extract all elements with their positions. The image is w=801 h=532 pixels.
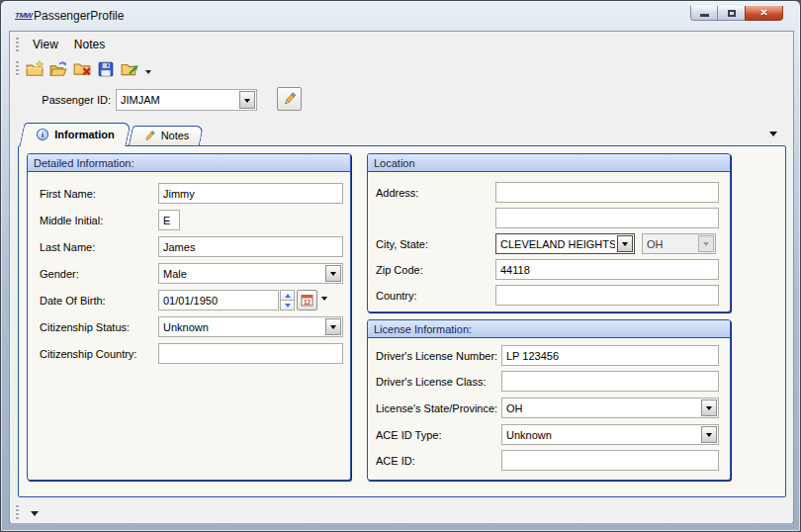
passenger-id-dropdown-icon[interactable] [239, 91, 255, 109]
citizenship-country-input[interactable] [158, 343, 343, 364]
citizenship-status-value: Unknown [163, 317, 323, 336]
pencil-icon [282, 91, 298, 107]
license-number-input[interactable] [501, 345, 719, 366]
menu-view[interactable]: View [25, 35, 66, 54]
gender-value: Male [163, 264, 323, 283]
window-title: PassengerProfile [34, 9, 124, 23]
ace-id-type-combo[interactable]: Unknown [501, 424, 719, 445]
country-input[interactable] [495, 285, 719, 306]
toolbar-overflow-icon[interactable] [145, 70, 151, 77]
tab-notes[interactable]: Notes [131, 126, 202, 145]
state-value: OH [647, 234, 696, 253]
minimize-button[interactable] [690, 6, 718, 21]
license-information-header: License Information: [368, 320, 730, 338]
zip-code-label: Zip Code: [376, 264, 495, 276]
open-button[interactable] [46, 57, 70, 81]
maximize-icon [728, 10, 736, 17]
address-line2-input[interactable] [495, 208, 719, 228]
zip-code-input[interactable] [495, 259, 719, 280]
first-name-input[interactable] [158, 183, 343, 204]
maximize-button[interactable] [718, 6, 745, 21]
save-icon [97, 60, 115, 78]
citizenship-status-dropdown-icon[interactable] [325, 318, 341, 335]
menu-grip[interactable] [16, 38, 19, 51]
ace-id-type-value: Unknown [506, 425, 699, 444]
tmw-logo-icon: TMW [15, 11, 33, 20]
client-area: View Notes [9, 31, 794, 523]
detailed-information-header: Detailed Information: [28, 154, 350, 172]
middle-initial-input[interactable] [158, 210, 180, 230]
app-window: TMW PassengerProfile ✕ View Notes [0, 0, 801, 532]
citizenship-status-label: Citizenship Status: [40, 321, 158, 333]
new-folder-icon [26, 60, 44, 78]
license-state-dropdown-icon[interactable] [701, 399, 717, 416]
pencil-icon [143, 130, 156, 142]
calendar-dropdown-icon[interactable] [321, 297, 327, 304]
state-dropdown-icon [698, 235, 714, 252]
license-class-label: Driver's License Class: [376, 376, 501, 388]
date-of-birth-input[interactable] [158, 290, 279, 310]
edit-passenger-button[interactable] [277, 87, 302, 111]
bottom-toolbar [11, 500, 792, 523]
information-tab-page: Detailed Information: First Name: Middle… [18, 145, 786, 497]
date-spinner[interactable] [280, 290, 295, 310]
minimize-icon [700, 14, 709, 17]
middle-initial-label: Middle Initial: [40, 215, 158, 226]
ace-id-label: ACE ID: [376, 455, 501, 467]
license-number-label: Driver's License Number: [376, 350, 501, 362]
city-dropdown-icon[interactable] [617, 235, 633, 252]
state-combo: OH [642, 233, 716, 254]
first-name-label: First Name: [40, 188, 158, 200]
tab-information-label: Information [54, 129, 115, 140]
close-icon: ✕ [759, 8, 767, 18]
license-class-input[interactable] [501, 371, 719, 392]
country-label: Country: [376, 290, 495, 302]
toolbar-grip[interactable] [16, 61, 19, 77]
citizenship-country-label: Citizenship Country: [40, 348, 158, 360]
toolbar [11, 56, 792, 82]
license-information-group: License Information: Driver's License Nu… [367, 319, 731, 481]
passenger-id-value: JIMJAM [121, 90, 237, 110]
last-name-label: Last Name: [40, 241, 158, 253]
info-icon: i [36, 128, 49, 141]
export-button[interactable] [118, 57, 141, 81]
close-button[interactable]: ✕ [745, 6, 783, 21]
city-state-label: City, State: [376, 238, 495, 250]
spin-down-icon[interactable] [280, 301, 295, 310]
export-folder-icon [121, 60, 138, 78]
passenger-id-combo[interactable]: JIMJAM [116, 89, 257, 111]
bottom-grip[interactable] [16, 505, 19, 519]
delete-button[interactable] [70, 57, 94, 81]
passenger-id-label: Passenger ID: [34, 94, 111, 106]
menu-bar: View Notes [11, 34, 792, 55]
spin-up-icon[interactable] [280, 290, 295, 301]
tabstrip-overflow-icon[interactable] [769, 132, 777, 140]
citizenship-status-combo[interactable]: Unknown [158, 316, 343, 337]
save-button[interactable] [94, 57, 118, 81]
tab-information[interactable]: i Information [22, 123, 129, 146]
gender-dropdown-icon[interactable] [325, 265, 341, 282]
detailed-information-group: Detailed Information: First Name: Middle… [27, 153, 351, 481]
gender-combo[interactable]: Male [158, 263, 343, 284]
new-button[interactable] [23, 57, 46, 81]
license-state-label: License's State/Province: [376, 402, 501, 414]
city-combo[interactable]: CLEVELAND HEIGHTS, [495, 233, 635, 254]
calendar-button[interactable]: 12 [297, 290, 317, 310]
location-header: Location [368, 154, 730, 172]
license-state-value: OH [506, 399, 699, 417]
tab-notes-label: Notes [161, 130, 190, 141]
title-bar[interactable]: TMW PassengerProfile ✕ [1, 1, 800, 31]
license-state-combo[interactable]: OH [501, 398, 719, 418]
open-folder-icon [49, 60, 67, 78]
ace-id-type-label: ACE ID Type: [376, 429, 501, 441]
city-value: CLEVELAND HEIGHTS, [500, 234, 615, 253]
bottom-dropdown-icon[interactable] [31, 511, 39, 520]
ace-id-type-dropdown-icon[interactable] [701, 426, 717, 443]
calendar-icon: 12 [301, 294, 313, 307]
delete-folder-icon [73, 60, 91, 78]
last-name-input[interactable] [158, 236, 343, 257]
menu-notes[interactable]: Notes [66, 35, 113, 54]
ace-id-input[interactable] [501, 450, 719, 471]
address-line1-input[interactable] [495, 182, 719, 203]
location-group: Location Address: City, State: CLEVELAND… [367, 153, 731, 312]
